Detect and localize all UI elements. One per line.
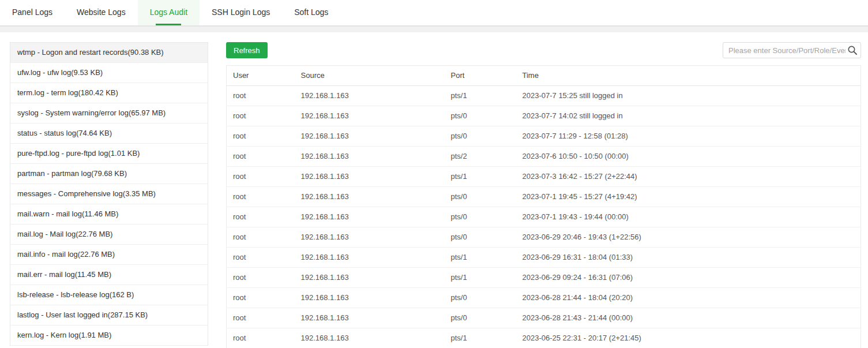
cell-port: pts/0	[445, 207, 516, 227]
content-area: wtmp - Logon and restart records(90.38 K…	[0, 32, 868, 348]
cell-port: pts/1	[445, 167, 516, 187]
cell-user: root	[227, 308, 295, 328]
cell-user: root	[227, 106, 295, 126]
log-file-item[interactable]: ufw.log - ufw log(9.53 KB)	[10, 63, 208, 83]
table-row: root192.168.1.163pts/02023-07-7 14:02 st…	[227, 106, 861, 126]
cell-time: 2023-07-1 19:43 - 19:44 (00:00)	[516, 207, 861, 227]
cell-source: 192.168.1.163	[295, 126, 445, 147]
log-file-item[interactable]: mail.log - Mail log(22.76 MB)	[10, 224, 208, 245]
table-row: root192.168.1.163pts/02023-06-29 20:46 -…	[227, 227, 861, 248]
tab-logs-audit[interactable]: Logs Audit	[138, 0, 200, 25]
cell-port: pts/0	[445, 106, 516, 126]
log-file-item[interactable]: status - status log(74.64 KB)	[10, 124, 208, 144]
cell-time: 2023-07-3 16:42 - 15:27 (2+22:44)	[516, 167, 861, 187]
cell-port: pts/1	[445, 328, 516, 348]
main-panel: Refresh User Source Port Time	[226, 42, 861, 348]
log-file-item[interactable]: term.log - term log(180.42 KB)	[10, 83, 208, 103]
cell-source: 192.168.1.163	[295, 106, 445, 126]
cell-user: root	[227, 207, 295, 227]
cell-port: pts/2	[445, 147, 516, 167]
log-file-item[interactable]: lsb-release - lsb-release log(162 B)	[10, 285, 208, 305]
column-header-source: Source	[295, 66, 445, 86]
cell-source: 192.168.1.163	[295, 328, 445, 348]
cell-time: 2023-06-29 16:31 - 18:04 (01:33)	[516, 248, 861, 268]
tab-ssh-login-logs[interactable]: SSH Login Logs	[200, 0, 282, 25]
cell-user: root	[227, 187, 295, 207]
cell-user: root	[227, 167, 295, 187]
table-row: root192.168.1.163pts/12023-07-7 15:25 st…	[227, 86, 861, 106]
cell-port: pts/0	[445, 187, 516, 207]
cell-time: 2023-06-28 21:43 - 21:44 (00:00)	[516, 308, 861, 328]
search-icon[interactable]	[847, 45, 858, 55]
cell-time: 2023-07-7 14:02 still logged in	[516, 106, 861, 126]
cell-user: root	[227, 86, 295, 106]
log-file-item[interactable]: messages - Comprehensive log(3.35 MB)	[10, 184, 208, 204]
column-header-port: Port	[445, 66, 516, 86]
cell-source: 192.168.1.163	[295, 308, 445, 328]
cell-port: pts/0	[445, 227, 516, 248]
tab-panel-logs[interactable]: Panel Logs	[0, 0, 65, 25]
table-row: root192.168.1.163pts/12023-06-29 16:31 -…	[227, 248, 861, 268]
tab-bar: Panel LogsWebsite LogsLogs AuditSSH Logi…	[0, 0, 868, 25]
table-row: root192.168.1.163pts/02023-07-1 19:45 - …	[227, 187, 861, 207]
search-box	[723, 42, 861, 58]
cell-source: 192.168.1.163	[295, 86, 445, 106]
cell-user: root	[227, 126, 295, 147]
table-row: root192.168.1.163pts/12023-06-29 09:24 -…	[227, 268, 861, 288]
log-file-item[interactable]: mail.info - mail log(22.76 MB)	[10, 245, 208, 265]
log-file-item[interactable]: syslog - System warning/error log(65.97 …	[10, 103, 208, 124]
log-file-item[interactable]: mail.warn - mail log(11.46 MB)	[10, 204, 208, 224]
cell-time: 2023-07-7 11:29 - 12:58 (01:28)	[516, 126, 861, 147]
tab-soft-logs[interactable]: Soft Logs	[282, 0, 340, 25]
log-file-list: wtmp - Logon and restart records(90.38 K…	[10, 42, 208, 346]
cell-source: 192.168.1.163	[295, 288, 445, 308]
log-file-item[interactable]: wtmp - Logon and restart records(90.38 K…	[10, 43, 208, 63]
column-header-time: Time	[516, 66, 861, 86]
table-row: root192.168.1.163pts/02023-07-1 19:43 - …	[227, 207, 861, 227]
table-body: root192.168.1.163pts/12023-07-7 15:25 st…	[227, 86, 861, 348]
cell-time: 2023-06-29 09:24 - 16:31 (07:06)	[516, 268, 861, 288]
log-file-item[interactable]: pure-ftpd.log - pure-ftpd log(1.01 KB)	[10, 144, 208, 164]
toolbar: Refresh	[226, 42, 861, 58]
table-header-row: User Source Port Time	[227, 66, 861, 86]
table-row: root192.168.1.163pts/02023-06-28 21:44 -…	[227, 288, 861, 308]
cell-user: root	[227, 248, 295, 268]
cell-user: root	[227, 147, 295, 167]
table-row: root192.168.1.163pts/12023-07-3 16:42 - …	[227, 167, 861, 187]
cell-time: 2023-06-29 20:46 - 19:43 (1+22:56)	[516, 227, 861, 248]
cell-time: 2023-07-1 19:45 - 15:27 (4+19:42)	[516, 187, 861, 207]
cell-source: 192.168.1.163	[295, 187, 445, 207]
cell-source: 192.168.1.163	[295, 248, 445, 268]
cell-time: 2023-07-7 15:25 still logged in	[516, 86, 861, 106]
refresh-button[interactable]: Refresh	[226, 42, 268, 58]
log-file-item[interactable]: kern.log - Kern log(1.91 MB)	[10, 325, 208, 346]
cell-port: pts/0	[445, 126, 516, 147]
cell-source: 192.168.1.163	[295, 207, 445, 227]
column-header-user: User	[227, 66, 295, 86]
cell-user: root	[227, 227, 295, 248]
log-file-item[interactable]: lastlog - User last logged in(287.15 KB)	[10, 305, 208, 325]
cell-port: pts/1	[445, 248, 516, 268]
log-file-item[interactable]: mail.err - mail log(11.45 MB)	[10, 265, 208, 285]
cell-source: 192.168.1.163	[295, 167, 445, 187]
cell-port: pts/0	[445, 288, 516, 308]
tab-website-logs[interactable]: Website Logs	[65, 0, 138, 25]
cell-port: pts/1	[445, 86, 516, 106]
table-row: root192.168.1.163pts/02023-06-28 21:43 -…	[227, 308, 861, 328]
cell-time: 2023-06-28 21:44 - 18:04 (20:20)	[516, 288, 861, 308]
table-row: root192.168.1.163pts/22023-07-6 10:50 - …	[227, 147, 861, 167]
cell-source: 192.168.1.163	[295, 147, 445, 167]
cell-time: 2023-06-25 22:31 - 20:17 (2+21:45)	[516, 328, 861, 348]
cell-time: 2023-07-6 10:50 - 10:50 (00:00)	[516, 147, 861, 167]
cell-user: root	[227, 288, 295, 308]
log-file-item[interactable]: partman - partman log(79.68 KB)	[10, 164, 208, 184]
table-row: root192.168.1.163pts/02023-07-7 11:29 - …	[227, 126, 861, 147]
cell-user: root	[227, 268, 295, 288]
header-divider	[0, 25, 868, 32]
cell-source: 192.168.1.163	[295, 268, 445, 288]
cell-port: pts/0	[445, 308, 516, 328]
cell-port: pts/1	[445, 268, 516, 288]
login-records-table: User Source Port Time root192.168.1.163p…	[226, 65, 861, 348]
search-input[interactable]	[723, 42, 861, 58]
cell-source: 192.168.1.163	[295, 227, 445, 248]
